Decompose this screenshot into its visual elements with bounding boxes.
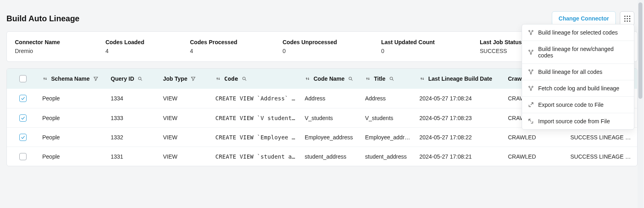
cell-crawled: CRAWLED bbox=[505, 153, 567, 160]
column-label: Title bbox=[374, 75, 386, 82]
sort-icon bbox=[215, 76, 221, 82]
search-icon[interactable] bbox=[137, 76, 143, 82]
cell-code: CREATE VIEW `Address` AS… bbox=[212, 95, 301, 102]
cell-run-status: SUCCESS LINEAGE BUIL bbox=[567, 153, 637, 160]
sort-icon bbox=[365, 76, 371, 82]
stat-codes-unprocessed: Codes Unprocessed0 bbox=[283, 39, 381, 54]
row-checkbox[interactable] bbox=[19, 153, 27, 160]
cell-run-status: SUCCESS LINEAGE BUIL bbox=[567, 134, 637, 141]
column-header-job-type[interactable]: Job Type bbox=[163, 75, 209, 82]
menu-item-label: Build lineage for new/changed codes bbox=[538, 46, 628, 59]
sort-icon bbox=[419, 76, 425, 82]
vertical-scrollbar[interactable] bbox=[638, 0, 643, 208]
cell-query-id: 1334 bbox=[107, 95, 160, 102]
stat-value: 0 bbox=[381, 48, 480, 54]
cell-last-date: 2024-05-27 17:08:24 bbox=[416, 95, 505, 102]
lineage-icon bbox=[528, 29, 534, 36]
stat-label: Connector Name bbox=[15, 39, 105, 45]
stat-connector-name: Connector NameDremio bbox=[15, 39, 105, 54]
page-title: Build Auto Lineage bbox=[6, 14, 79, 23]
cell-schema: People bbox=[39, 153, 107, 160]
cell-schema: People bbox=[39, 134, 107, 141]
cell-query-id: 1331 bbox=[107, 153, 160, 160]
stat-label: Codes Unprocessed bbox=[283, 39, 381, 45]
select-all-checkbox[interactable] bbox=[19, 75, 27, 82]
stat-value: Dremio bbox=[15, 48, 105, 54]
column-label: Code bbox=[224, 75, 238, 82]
filter-icon[interactable] bbox=[190, 76, 196, 82]
filter-icon[interactable] bbox=[93, 76, 99, 82]
cell-code-name: student_address bbox=[301, 153, 362, 160]
column-header-code-name[interactable]: Code Name bbox=[305, 75, 359, 82]
lineage-icon bbox=[528, 85, 534, 92]
cell-title: Address bbox=[362, 95, 416, 102]
menu-item-label: Import source code from File bbox=[538, 118, 610, 124]
menu-item-label: Build lineage for selected codes bbox=[538, 29, 618, 36]
cell-schema: People bbox=[39, 95, 107, 102]
column-header-last-date[interactable]: Last Lineage Build Date bbox=[419, 75, 502, 82]
cell-query-id: 1333 bbox=[107, 115, 160, 121]
menu-item-label: Fetch code log and build lineage bbox=[538, 85, 619, 92]
cell-code: CREATE VIEW `V_students`… bbox=[212, 115, 301, 121]
cell-code: CREATE VIEW `Employee_ad… bbox=[212, 134, 301, 141]
grid-icon bbox=[624, 16, 630, 22]
menu-item-build-lineage-for-all-codes[interactable]: Build lineage for all codes bbox=[522, 63, 634, 80]
menu-item-export-source-code-to-file[interactable]: Export source code to File bbox=[522, 96, 634, 113]
sort-icon bbox=[42, 76, 48, 82]
cell-query-id: 1332 bbox=[107, 134, 160, 141]
stat-value: 4 bbox=[105, 48, 190, 54]
stat-value: 4 bbox=[190, 48, 283, 54]
lineage-icon bbox=[528, 49, 534, 55]
stat-last-updated-count: Last Updated Count0 bbox=[381, 39, 480, 54]
sort-icon bbox=[305, 76, 310, 82]
column-label: Code Name bbox=[314, 75, 345, 82]
stat-value: 0 bbox=[283, 48, 381, 54]
cell-code-name: Employee_address bbox=[301, 134, 362, 141]
stat-label: Codes Processed bbox=[190, 39, 283, 45]
cell-title: student_address bbox=[362, 153, 416, 160]
cell-title: Employee_address bbox=[362, 134, 416, 141]
column-header-query-id[interactable]: Query ID bbox=[111, 75, 157, 82]
scroll-thumb[interactable] bbox=[638, 2, 642, 99]
cell-code-name: Address bbox=[301, 95, 362, 102]
cell-job-type: VIEW bbox=[160, 134, 212, 141]
column-label: Last Lineage Build Date bbox=[428, 75, 492, 82]
table-row[interactable]: People1331VIEWCREATE VIEW `student_add…s… bbox=[7, 147, 637, 166]
search-icon[interactable] bbox=[242, 76, 247, 82]
stat-codes-processed: Codes Processed4 bbox=[190, 39, 283, 54]
cell-last-date: 2024-05-27 17:08:22 bbox=[416, 134, 505, 141]
menu-item-build-lineage-for-new-changed-codes[interactable]: Build lineage for new/changed codes bbox=[522, 41, 634, 63]
menu-item-label: Build lineage for all codes bbox=[538, 69, 603, 75]
menu-item-fetch-code-log-and-build-lineage[interactable]: Fetch code log and build lineage bbox=[522, 80, 634, 96]
row-checkbox[interactable] bbox=[19, 95, 27, 102]
export-icon bbox=[528, 102, 534, 108]
column-header-title[interactable]: Title bbox=[365, 75, 413, 82]
menu-item-import-source-code-from-file[interactable]: Import source code from File bbox=[522, 113, 634, 129]
stat-codes-loaded: Codes Loaded4 bbox=[105, 39, 190, 54]
column-header-schema[interactable]: Schema Name bbox=[42, 75, 104, 82]
cell-job-type: VIEW bbox=[160, 115, 212, 121]
actions-menu: Build lineage for selected codesBuild li… bbox=[522, 24, 634, 130]
menu-item-build-lineage-for-selected-codes[interactable]: Build lineage for selected codes bbox=[522, 24, 634, 41]
cell-schema: People bbox=[39, 115, 107, 121]
column-label: Query ID bbox=[111, 75, 134, 82]
row-checkbox[interactable] bbox=[19, 114, 27, 122]
cell-job-type: VIEW bbox=[160, 153, 212, 160]
column-label: Schema Name bbox=[51, 75, 90, 82]
cell-last-date: 2024-05-27 17:08:23 bbox=[416, 115, 505, 121]
cell-last-date: 2024-05-27 17:08:21 bbox=[416, 153, 505, 160]
row-checkbox[interactable] bbox=[19, 134, 27, 141]
change-connector-button[interactable]: Change Connector bbox=[552, 11, 616, 26]
cell-code: CREATE VIEW `student_add… bbox=[212, 153, 301, 160]
search-icon[interactable] bbox=[389, 76, 394, 82]
import-icon bbox=[528, 118, 534, 124]
lineage-icon bbox=[528, 69, 534, 75]
more-actions-button[interactable] bbox=[620, 11, 634, 26]
stat-label: Last Updated Count bbox=[381, 39, 480, 45]
column-label: Job Type bbox=[163, 75, 187, 82]
column-header-code[interactable]: Code bbox=[215, 75, 298, 82]
cell-title: V_students bbox=[362, 115, 416, 121]
table-row[interactable]: People1332VIEWCREATE VIEW `Employee_ad…E… bbox=[7, 127, 637, 147]
cell-job-type: VIEW bbox=[160, 95, 212, 102]
search-icon[interactable] bbox=[348, 76, 353, 82]
